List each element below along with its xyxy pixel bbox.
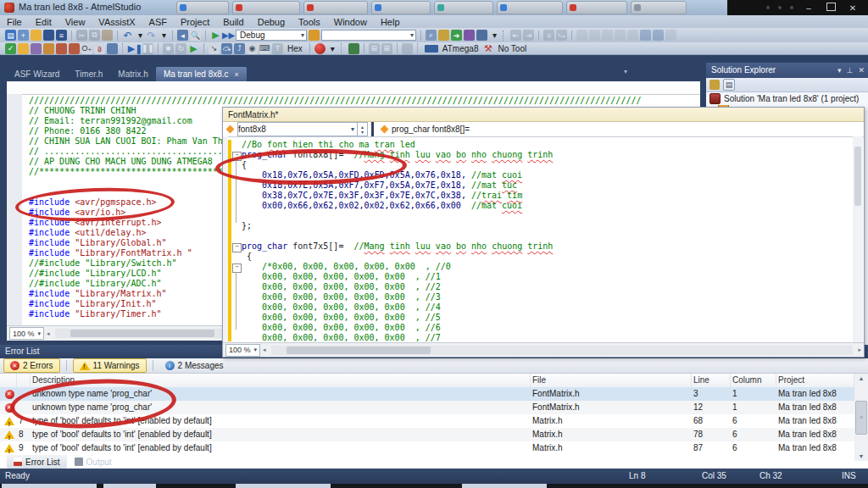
restore-icon[interactable] <box>824 3 837 13</box>
indent-decrease-icon[interactable]: ⇤ <box>510 30 521 41</box>
copy-icon[interactable]: ⧉ <box>89 30 100 41</box>
hscroll-left-icon[interactable]: ◂ <box>260 347 269 353</box>
hscroll-right-icon[interactable]: ▸ <box>855 347 864 353</box>
doc-tab-timer-h[interactable]: Timer.h <box>67 67 110 81</box>
open-folder-icon[interactable] <box>438 30 449 41</box>
menu-item-asf[interactable]: ASF <box>142 17 174 27</box>
window-layout-icon[interactable] <box>576 30 587 41</box>
new-project-icon[interactable]: ▤ <box>5 30 16 41</box>
debug-target-icon[interactable] <box>314 43 326 54</box>
navigate-backward-icon[interactable]: ◂ <box>177 30 188 41</box>
fontmatrix-zoom-combo[interactable]: 100 %▾ <box>225 344 260 357</box>
import-icon[interactable] <box>464 30 475 41</box>
fontmatrix-window-title[interactable]: FontMatrix.h* <box>223 108 864 122</box>
scroll-down-icon[interactable]: ▼ <box>859 453 865 459</box>
close-tab-icon[interactable]: × <box>235 70 239 79</box>
close-icon[interactable]: ✕ <box>846 3 860 13</box>
collapse-icon[interactable]: − <box>232 263 242 273</box>
toolbar-options-icon[interactable]: ▾ <box>489 30 498 41</box>
fontmatrix-code-area[interactable]: //Bo font hien thi cho ma tran ledprog_c… <box>242 140 553 343</box>
io-view-icon[interactable]: ⊞ <box>369 43 380 54</box>
hscroll-left-icon[interactable]: ◂ <box>44 330 53 337</box>
doc-tab-matrix-h[interactable]: Matrix.h <box>110 67 156 81</box>
member-combo[interactable]: prog_char font8x8[]= <box>377 125 470 134</box>
solution-node[interactable]: Solution 'Ma tran led 8x8' (1 project) <box>706 92 868 105</box>
window-layout-icon[interactable] <box>589 30 600 41</box>
hex-toggle[interactable]: Hex <box>285 44 305 53</box>
bookmark-icon[interactable]: ≡ <box>543 30 554 41</box>
pin-icon[interactable]: ⊥ <box>847 63 854 78</box>
close-icon[interactable]: ✕ <box>858 63 865 78</box>
save-all-icon[interactable]: ≡ <box>56 30 67 41</box>
open-project-icon[interactable] <box>18 43 29 54</box>
debug-target-dropdown-icon[interactable]: ▾ <box>327 43 337 54</box>
scope-spinner[interactable]: ▴▾ <box>358 122 368 136</box>
break-all-icon[interactable]: ❚❚ <box>142 43 153 54</box>
scroll-up-icon[interactable]: ▲ <box>859 375 865 381</box>
menu-item-tools[interactable]: Tools <box>292 17 327 27</box>
va-outline-icon[interactable] <box>107 43 118 54</box>
continue-icon[interactable]: ▶❚ <box>130 43 141 54</box>
run-no-debug-icon[interactable]: ▶▶ <box>223 30 234 41</box>
add-item-icon[interactable]: + <box>18 30 29 41</box>
build-icon[interactable] <box>309 30 320 41</box>
tab-overflow-dropdown-icon[interactable]: ▾ <box>624 68 627 75</box>
column-header-column[interactable]: Column <box>731 374 776 387</box>
doc-tab-asf-wizard[interactable]: ASF Wizard <box>7 67 67 81</box>
error-list-vertical-scrollbar[interactable]: ▲ ≡ ▼ <box>854 374 868 461</box>
undo-icon[interactable]: ↶ <box>122 30 133 41</box>
error-row[interactable]: 9type of 'bool' defaults to 'int' [enabl… <box>0 441 854 455</box>
export-icon[interactable]: ➜ <box>451 30 462 41</box>
menu-item-debug[interactable]: Debug <box>251 17 292 27</box>
menu-item-view[interactable]: View <box>58 17 92 27</box>
processor-view-icon[interactable]: ⊞ <box>381 43 392 54</box>
error-row[interactable]: 8type of 'bool' defaults to 'int' [enabl… <box>0 428 854 441</box>
find-in-files-icon[interactable]: ⌕ <box>426 30 437 41</box>
step-out-icon[interactable]: ⤴ <box>234 43 245 54</box>
asf-explorer-icon[interactable]: ✓ <box>5 43 16 54</box>
redo-icon[interactable]: ↷ <box>146 30 157 41</box>
device-pack-manager-icon[interactable] <box>43 43 54 54</box>
properties-icon[interactable] <box>709 80 720 90</box>
run-to-cursor-icon[interactable]: ▶ <box>188 43 199 54</box>
filter-infos-button[interactable]: i2 Messages <box>159 359 230 372</box>
collapse-icon[interactable]: − <box>232 243 242 252</box>
find-combo[interactable]: ▾ <box>321 30 416 41</box>
show-all-files-icon[interactable]: ▤ <box>723 79 735 91</box>
bookmark-next-icon[interactable]: ⮑ <box>556 30 567 41</box>
column-header-file[interactable]: File <box>531 374 692 387</box>
restart-icon[interactable]: ↻ <box>175 43 186 54</box>
undo-dropdown-icon[interactable]: ▾ <box>135 30 144 41</box>
editor-zoom-combo[interactable]: 100 %▾ <box>9 327 44 340</box>
menu-item-vassistx[interactable]: VAssistX <box>92 17 142 27</box>
breakpoint-window-icon[interactable]: ◉ <box>247 43 258 54</box>
menu-item-help[interactable]: Help <box>374 17 407 27</box>
save-icon[interactable] <box>43 30 54 41</box>
menu-item-project[interactable]: Project <box>174 17 216 27</box>
error-row[interactable]: ✕unknown type name 'prog_char'FontMatrix… <box>0 401 854 414</box>
disassembly-icon[interactable] <box>402 43 413 54</box>
minimize-icon[interactable]: – <box>802 3 815 13</box>
column-header-line[interactable]: Line <box>692 374 731 387</box>
redo-dropdown-icon[interactable]: ▾ <box>159 30 168 41</box>
find-icon[interactable]: 🔍 <box>190 30 201 41</box>
window-layout-icon[interactable] <box>627 30 638 41</box>
symbol-lookup-icon[interactable]: O₊ <box>81 43 92 54</box>
scrollbar-thumb[interactable]: ≡ <box>855 401 867 435</box>
fontmatrix-horizontal-scrollbar[interactable] <box>271 346 854 355</box>
menu-item-window[interactable]: Window <box>327 17 374 27</box>
menu-item-file[interactable]: File <box>0 17 29 27</box>
column-header-project[interactable]: Project <box>776 374 854 387</box>
menu-item-edit[interactable]: Edit <box>29 17 58 27</box>
menu-item-build[interactable]: Build <box>216 17 250 27</box>
solution-configuration-combo[interactable]: Debug▾ <box>236 30 307 41</box>
fontmatrix-vertical-scrollbar[interactable] <box>853 136 863 344</box>
cut-icon[interactable]: ✂ <box>76 30 87 41</box>
navbar-splitter[interactable] <box>371 122 374 136</box>
spell-check-icon[interactable]: a̰ <box>94 43 105 54</box>
memory-view-icon[interactable] <box>348 43 359 54</box>
filter-errors-button[interactable]: ✕2 Errors <box>3 358 60 373</box>
fontmatrix-floating-window[interactable]: FontMatrix.h* font8x8▾ ▴▾ prog_char font… <box>222 107 865 358</box>
open-file-icon[interactable] <box>31 30 42 41</box>
window-layout-icon[interactable] <box>615 30 626 41</box>
